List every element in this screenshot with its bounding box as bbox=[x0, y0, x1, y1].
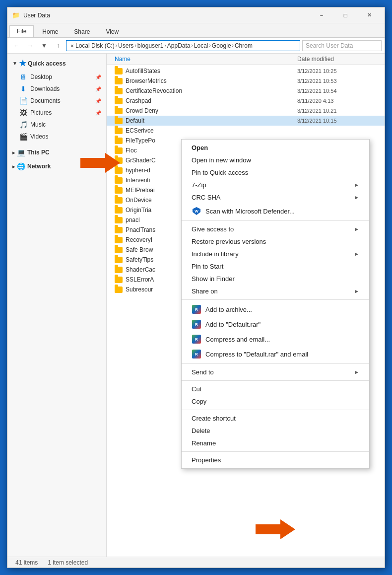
folder-icon bbox=[115, 88, 123, 94]
sidebar-quick-access-header[interactable]: ▼ ✭ Quick access bbox=[7, 56, 106, 71]
back-button[interactable]: ← bbox=[10, 40, 22, 52]
ctx-sep-1 bbox=[182, 220, 369, 221]
sidebar-item-pictures[interactable]: 🖼 Pictures 📌 bbox=[7, 107, 106, 119]
sidebar-item-documents[interactable]: 📄 Documents 📌 bbox=[7, 95, 106, 107]
search-box[interactable]: Search User Data bbox=[302, 40, 382, 51]
ctx-compress-email[interactable]: R Compress and email... bbox=[182, 332, 369, 347]
folder-icon bbox=[115, 167, 123, 174]
ctx-show-finder[interactable]: Show in Finder bbox=[182, 273, 369, 285]
address-path[interactable]: « Local Disk (C:) › Users › bloguser1 › … bbox=[66, 40, 300, 51]
ctx-pin-quick-access[interactable]: Pin to Quick access bbox=[182, 166, 369, 179]
ctx-copy[interactable]: Copy bbox=[182, 395, 369, 408]
ctx-crcsha-label: CRC SHA bbox=[192, 194, 221, 201]
winrar-icon-1: R bbox=[192, 304, 201, 314]
folder-icon bbox=[115, 177, 123, 184]
file-name: Crowd Deny bbox=[126, 107, 294, 114]
file-row-browsermetrics[interactable]: BrowserMetrics 3/12/2021 10:53 bbox=[107, 76, 385, 86]
ctx-give-access-label: Give access to bbox=[192, 225, 234, 233]
folder-icon bbox=[115, 138, 123, 144]
ctx-give-access[interactable]: Give access to ► bbox=[182, 223, 369, 235]
file-date: 3/12/2021 10:53 bbox=[297, 78, 377, 84]
ctx-send-to[interactable]: Send to ► bbox=[182, 366, 369, 378]
minimize-button[interactable]: − bbox=[310, 8, 333, 22]
ctx-share-on[interactable]: Share on ► bbox=[182, 285, 369, 297]
ctx-restore-label: Restore previous versions bbox=[192, 238, 266, 245]
pin-icon-documents: 📌 bbox=[95, 98, 101, 104]
col-date-header: Date modified bbox=[297, 56, 377, 63]
ctx-delete[interactable]: Delete bbox=[182, 425, 369, 437]
recent-button[interactable]: ▼ bbox=[38, 40, 50, 52]
sidebar-item-music[interactable]: 🎵 Music bbox=[7, 119, 106, 131]
ctx-open-new-window-label: Open in new window bbox=[192, 156, 251, 164]
ctx-create-shortcut[interactable]: Create shortcut bbox=[182, 412, 369, 425]
address-bar: ← → ▼ ↑ « Local Disk (C:) › Users › blog… bbox=[7, 38, 385, 54]
ctx-compress-default-email-label: Compress to "Default.rar" and email bbox=[205, 351, 308, 358]
ctx-cut-label: Cut bbox=[192, 385, 201, 393]
ribbon-tabs: File Home Share View bbox=[7, 23, 385, 37]
close-button[interactable]: ✕ bbox=[358, 8, 381, 22]
forward-button[interactable]: → bbox=[24, 40, 36, 52]
ctx-sep-2 bbox=[182, 299, 369, 300]
folder-icon bbox=[115, 237, 123, 243]
file-row-crashpad[interactable]: Crashpad 8/11/2020 4:13 bbox=[107, 96, 385, 106]
ribbon: File Home Share View bbox=[7, 23, 385, 38]
ctx-add-archive-label: Add to archive... bbox=[205, 306, 252, 313]
path-seg-3: bloguser1 bbox=[137, 42, 164, 49]
folder-icon bbox=[115, 187, 123, 194]
ctx-sep-5 bbox=[182, 410, 369, 410]
selected-count: 1 item selected bbox=[48, 559, 88, 566]
file-row-certrevoke[interactable]: CertificateRevocation 3/12/2021 10:54 bbox=[107, 86, 385, 96]
ctx-rename[interactable]: Rename bbox=[182, 437, 369, 449]
pin-icon-downloads: 📌 bbox=[95, 86, 101, 92]
ctx-arrow-crcsha: ► bbox=[354, 195, 359, 200]
sidebar-network-header[interactable]: ▸ 🌐 Network bbox=[7, 159, 106, 173]
sidebar-thispc-header[interactable]: ▸ 💻 This PC bbox=[7, 145, 106, 159]
up-button[interactable]: ↑ bbox=[52, 40, 64, 52]
this-pc-label: This PC bbox=[27, 149, 50, 156]
file-date: 3/12/2021 10:15 bbox=[297, 118, 377, 124]
maximize-button[interactable]: □ bbox=[334, 8, 357, 22]
ctx-7zip-label: 7-Zip bbox=[192, 181, 206, 189]
tab-view[interactable]: View bbox=[98, 26, 126, 37]
item-count: 41 items bbox=[15, 559, 38, 566]
tab-file[interactable]: File bbox=[9, 25, 34, 37]
ctx-properties[interactable]: Properties bbox=[182, 454, 369, 466]
ctx-open[interactable]: Open bbox=[182, 142, 369, 154]
ctx-crcsha[interactable]: CRC SHA ► bbox=[182, 191, 369, 204]
file-name: Crashpad bbox=[126, 97, 294, 104]
sidebar-item-downloads[interactable]: ⬇ Downloads 📌 bbox=[7, 83, 106, 95]
file-row-crowddeny[interactable]: Crowd Deny 3/12/2021 10:21 bbox=[107, 106, 385, 116]
file-row-autofillstates[interactable]: AutofillStates 3/12/2021 10:25 bbox=[107, 66, 385, 76]
ctx-include-library[interactable]: Include in library ► bbox=[182, 248, 369, 260]
sidebar-item-videos[interactable]: 🎬 Videos bbox=[7, 131, 106, 143]
folder-icon bbox=[115, 227, 123, 233]
folder-icon bbox=[115, 207, 123, 214]
winrar-icon-4: R bbox=[192, 349, 201, 359]
downloads-icon: ⬇ bbox=[19, 85, 27, 93]
ctx-7zip[interactable]: 7-Zip ► bbox=[182, 179, 369, 191]
ctx-restore-versions[interactable]: Restore previous versions bbox=[182, 235, 369, 248]
ctx-add-archive[interactable]: R Add to archive... bbox=[182, 302, 369, 317]
ctx-share-on-label: Share on bbox=[192, 288, 218, 295]
tab-home[interactable]: Home bbox=[35, 26, 65, 37]
file-row-default[interactable]: Default 3/12/2021 10:15 bbox=[107, 116, 385, 126]
file-row-ecservice[interactable]: ECSerivce bbox=[107, 126, 385, 136]
sidebar-item-desktop[interactable]: 🖥 Desktop 📌 bbox=[7, 71, 106, 83]
sidebar-downloads-label: Downloads bbox=[30, 85, 60, 92]
ctx-add-default-rar[interactable]: R Add to "Default.rar" bbox=[182, 317, 369, 332]
ctx-cut[interactable]: Cut bbox=[182, 383, 369, 395]
file-header: Name Date modified bbox=[107, 54, 385, 65]
folder-icon bbox=[115, 118, 123, 124]
tab-share[interactable]: Share bbox=[66, 26, 97, 37]
file-date: 3/12/2021 10:21 bbox=[297, 108, 377, 114]
ctx-compress-default-email[interactable]: R Compress to "Default.rar" and email bbox=[182, 347, 369, 361]
music-icon: 🎵 bbox=[19, 121, 27, 129]
ctx-pin-start[interactable]: Pin to Start bbox=[182, 260, 369, 273]
ctx-open-new-window[interactable]: Open in new window bbox=[182, 154, 369, 166]
ctx-defender[interactable]: W Scan with Microsoft Defender... bbox=[182, 204, 369, 218]
file-date: 8/11/2020 4:13 bbox=[297, 98, 377, 104]
pin-icon-pictures: 📌 bbox=[95, 110, 101, 116]
ctx-sep-4 bbox=[182, 380, 369, 381]
window-title: User Data bbox=[23, 12, 50, 19]
sidebar-desktop-label: Desktop bbox=[30, 73, 52, 80]
